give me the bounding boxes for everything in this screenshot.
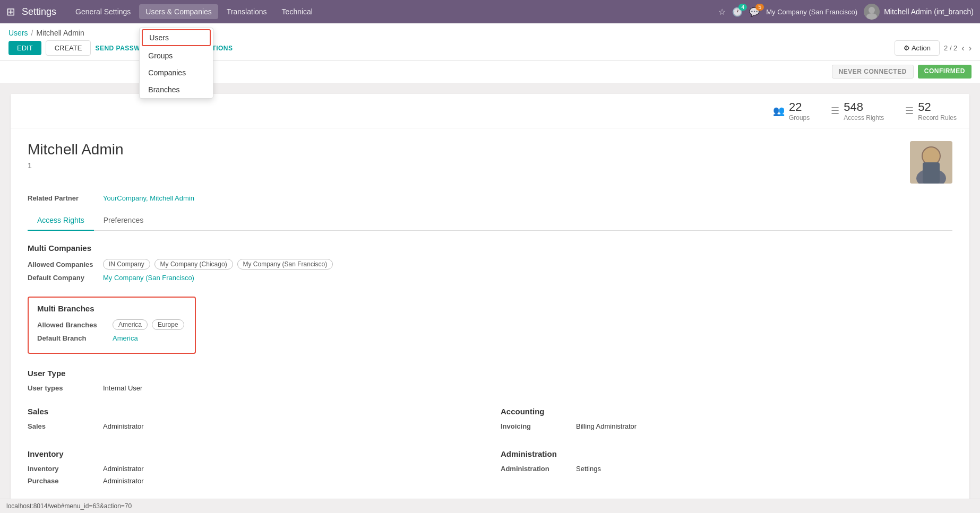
navbar-username: Mitchell Admin (int_branch) <box>884 7 974 16</box>
sales-row: Sales Administrator <box>28 422 479 430</box>
navbar-right: ☆ 🕐 4 💬 5 My Company (San Francisco) Mit… <box>718 4 974 20</box>
access-rights-count: 548 <box>844 100 884 114</box>
multi-branches-section: Multi Branches Allowed Branches America … <box>28 297 952 354</box>
default-company-link[interactable]: My Company (San Francisco) <box>103 274 194 282</box>
url-bar: localhost:8014/web#menu_id=63&action=70 <box>0 499 980 513</box>
navbar-item-technical[interactable]: Technical <box>276 4 319 19</box>
access-rights-label: Access Rights <box>844 114 884 121</box>
dropdown-item-users[interactable]: Users <box>142 29 211 46</box>
stat-access-rights[interactable]: ☰ 548 Access Rights <box>831 100 884 121</box>
related-partner-link[interactable]: YourCompany, Mitchell Admin <box>103 194 194 202</box>
default-company-row: Default Company My Company (San Francisc… <box>28 274 952 282</box>
inventory-value: Administrator <box>103 465 144 473</box>
inventory-row: Inventory Administrator <box>28 465 479 473</box>
star-icon[interactable]: ☆ <box>718 7 726 17</box>
clock-icon[interactable]: 🕐 4 <box>732 7 743 17</box>
prev-button[interactable]: ‹ <box>961 44 964 53</box>
record-rules-icon: ☰ <box>905 105 914 117</box>
company-chip-2: My Company (Chicago) <box>154 259 233 269</box>
chat-badge: 5 <box>755 4 764 11</box>
user-id: 1 <box>28 161 124 170</box>
stats-bar: 👥 22 Groups ☰ 548 Access Rights ☰ <box>11 94 969 128</box>
breadcrumb-parent[interactable]: Users <box>8 29 28 37</box>
default-company-value: My Company (San Francisco) <box>103 274 194 282</box>
stat-groups[interactable]: 👥 22 Groups <box>773 100 810 121</box>
pagination-text: 2 / 2 <box>944 44 957 52</box>
default-branch-link[interactable]: America <box>113 334 138 342</box>
action-button[interactable]: ⚙ Action <box>895 40 940 56</box>
chat-icon[interactable]: 💬 5 <box>749 7 760 17</box>
navbar-company: My Company (San Francisco) <box>766 8 857 16</box>
groups-count: 22 <box>789 100 810 114</box>
default-branch-label: Default Branch <box>37 334 106 342</box>
default-branch-row: Default Branch America <box>37 334 186 342</box>
purchase-value: Administrator <box>103 477 144 485</box>
card-body: Mitchell Admin 1 <box>11 128 969 513</box>
clock-badge: 4 <box>738 4 747 11</box>
multi-branches-title: Multi Branches <box>37 304 186 313</box>
user-photo <box>910 141 952 184</box>
user-type-section: User Type User types Internal User <box>28 369 952 392</box>
navbar-menu: General Settings Users & Companies Users… <box>69 4 718 19</box>
branch-chip-2: Europe <box>152 319 184 330</box>
navbar-item-users-companies[interactable]: Users & Companies <box>139 4 218 19</box>
allowed-companies-row: Allowed Companies IN Company My Company … <box>28 259 952 269</box>
navbar-item-general[interactable]: General Settings <box>69 4 137 19</box>
tabs: Access Rights Preferences <box>28 211 952 231</box>
inventory-col: Inventory Inventory Administrator Purcha… <box>28 449 479 489</box>
invoicing-label: Invoicing <box>501 422 570 430</box>
tab-access-rights[interactable]: Access Rights <box>28 211 94 231</box>
stat-record-rules[interactable]: ☰ 52 Record Rules <box>905 100 957 121</box>
breadcrumb-separator: / <box>31 29 33 37</box>
allowed-companies-value: IN Company My Company (Chicago) My Compa… <box>103 259 335 269</box>
default-branch-value: America <box>113 334 138 342</box>
related-partner-label: Related Partner <box>28 194 97 202</box>
users-companies-dropdown: Users Groups Companies Branches <box>139 28 213 99</box>
navbar: ⊞ Settings General Settings Users & Comp… <box>0 0 980 23</box>
svg-rect-6 <box>923 162 940 184</box>
company-chip-1: IN Company <box>103 259 150 269</box>
user-type-title: User Type <box>28 369 952 378</box>
sales-label: Sales <box>28 422 97 430</box>
user-types-row: User types Internal User <box>28 384 952 392</box>
navbar-item-translations[interactable]: Translations <box>220 4 273 19</box>
user-types-label: User types <box>28 384 97 392</box>
status-never-connected[interactable]: NEVER CONNECTED <box>832 65 914 79</box>
next-button[interactable]: › <box>969 44 972 53</box>
app-grid-icon[interactable]: ⊞ <box>6 5 15 18</box>
edit-button[interactable]: EDIT <box>8 41 41 55</box>
dropdown-item-groups[interactable]: Groups <box>140 47 213 64</box>
sales-col: Sales Sales Administrator <box>28 407 479 434</box>
accounting-title: Accounting <box>501 407 952 416</box>
user-card: 👥 22 Groups ☰ 548 Access Rights ☰ <box>11 94 969 513</box>
groups-label: Groups <box>789 114 810 121</box>
record-rules-count: 52 <box>918 100 957 114</box>
admin-label: Administration <box>501 465 570 473</box>
related-partner-row: Related Partner YourCompany, Mitchell Ad… <box>28 194 952 202</box>
user-name: Mitchell Admin <box>28 141 124 158</box>
create-button[interactable]: CREATE <box>46 40 91 56</box>
allowed-companies-label: Allowed Companies <box>28 260 97 268</box>
admin-value: Settings <box>576 465 601 473</box>
default-company-label: Default Company <box>28 274 97 282</box>
app-title: Settings <box>22 6 56 18</box>
content-area: 👥 22 Groups ☰ 548 Access Rights ☰ <box>0 83 980 513</box>
dropdown-item-branches[interactable]: Branches <box>140 81 213 98</box>
svg-point-1 <box>866 13 877 20</box>
multi-companies-section: Multi Companies Allowed Companies IN Com… <box>28 244 952 282</box>
allowed-branches-label: Allowed Branches <box>37 321 106 329</box>
status-confirmed[interactable]: CONFIRMED <box>918 65 972 79</box>
inventory-admin-section: Inventory Inventory Administrator Purcha… <box>28 449 952 489</box>
inventory-label: Inventory <box>28 465 97 473</box>
tab-preferences[interactable]: Preferences <box>94 211 153 231</box>
dropdown-item-companies[interactable]: Companies <box>140 64 213 81</box>
tab-content-access-rights: Multi Companies Allowed Companies IN Com… <box>28 244 952 513</box>
navbar-user[interactable]: Mitchell Admin (int_branch) <box>864 4 974 20</box>
multi-companies-title: Multi Companies <box>28 244 952 253</box>
user-header: Mitchell Admin 1 <box>28 141 952 184</box>
sales-value: Administrator <box>103 422 144 430</box>
invoicing-row: Invoicing Billing Administrator <box>501 422 952 430</box>
related-partner-value: YourCompany, Mitchell Admin <box>103 194 194 202</box>
user-types-value: Internal User <box>103 384 142 392</box>
accounting-col: Accounting Invoicing Billing Administrat… <box>501 407 952 434</box>
